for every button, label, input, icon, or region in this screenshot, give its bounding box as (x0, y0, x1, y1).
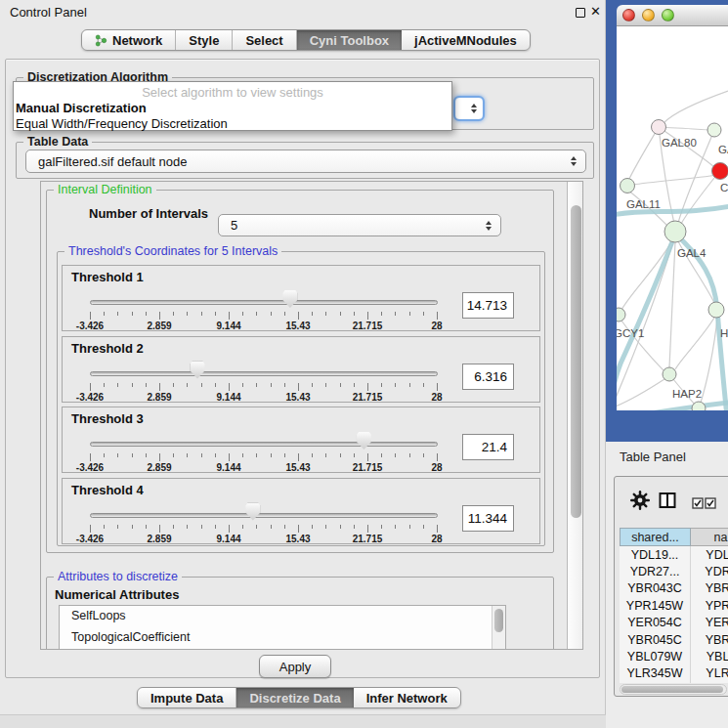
table-cell[interactable]: YBR0 (691, 631, 728, 648)
threshold-slider-thumb[interactable] (245, 503, 260, 521)
table-cell[interactable]: YBR043C (620, 580, 691, 597)
tab-style[interactable]: Style (176, 30, 233, 50)
table-row[interactable]: YBL079WYBL0 (620, 648, 728, 664)
column-header[interactable]: shared... (620, 528, 691, 546)
list-item[interactable]: TopologicalCoefficient (60, 627, 505, 649)
table-cell[interactable]: YDL19... (620, 546, 691, 563)
num-intervals-combobox[interactable]: 5 (218, 214, 501, 236)
slider-tick (423, 525, 424, 529)
split-columns-icon[interactable] (659, 492, 676, 513)
close-traffic-light[interactable] (622, 9, 635, 21)
control-panel-window: Control Panel ✕ NetworkStyleSelectCyni T… (0, 0, 606, 728)
apply-button[interactable]: Apply (259, 655, 331, 678)
table-cell[interactable]: YPR1 (691, 597, 728, 614)
algorithm-combobox[interactable] (453, 96, 485, 121)
network-node[interactable] (664, 221, 686, 242)
table-cell[interactable]: YBL0 (691, 648, 728, 664)
list-scrollbar[interactable] (492, 606, 505, 650)
float-window-icon[interactable] (576, 8, 585, 18)
network-node[interactable] (708, 302, 724, 318)
table-row[interactable]: YPR145WYPR1 (620, 597, 728, 614)
slider-tick (367, 312, 368, 320)
node-label: HAP2 (672, 388, 702, 400)
table-row[interactable]: YDL19...YDL1 (620, 546, 728, 563)
attributes-list: SelfLoopsTopologicalCoefficientBetweenne… (59, 605, 506, 650)
table-cell[interactable]: YBR0 (691, 580, 728, 597)
threshold-value-field[interactable]: 14.713 (462, 292, 514, 319)
network-window-titlebar[interactable] (617, 5, 728, 26)
popup-option-manual[interactable]: Manual Discretization (16, 101, 147, 115)
tab-select[interactable]: Select (233, 30, 296, 50)
column-header[interactable]: na (691, 528, 728, 546)
gear-icon[interactable] (630, 491, 650, 514)
table-cell[interactable]: YDL1 (691, 546, 728, 563)
threshold-slider-track[interactable] (90, 513, 438, 518)
threshold-slider-track[interactable] (90, 442, 438, 447)
threshold-value-field[interactable]: 11.344 (462, 505, 514, 532)
checkbox-icon[interactable] (705, 495, 716, 513)
zoom-traffic-light[interactable] (662, 9, 674, 21)
vertical-scrollbar[interactable] (567, 182, 583, 650)
table-cell[interactable]: YLR345W (620, 665, 691, 682)
table-cell[interactable]: YDR27... (620, 563, 691, 579)
network-node[interactable] (692, 402, 706, 410)
table-row[interactable]: YIL052CYIL0 (620, 682, 728, 683)
threshold-label: Threshold 3 (71, 411, 144, 426)
tab-jactivemnodules[interactable]: jActiveMNodules (402, 30, 530, 50)
list-item[interactable]: BetweennessCentrality (60, 648, 505, 650)
network-node[interactable] (621, 179, 635, 193)
table-data-combobox[interactable]: galFiltered.sif default node (25, 150, 586, 173)
table-cell[interactable]: YBL079W (620, 648, 691, 664)
network-node[interactable] (617, 308, 625, 321)
network-window-area: GAL80GAGAL11CGAL4GCY1HHAP2 (606, 0, 728, 442)
list-scrollbar-thumb[interactable] (494, 609, 503, 632)
network-node[interactable] (663, 367, 676, 381)
slider-tick-label: 15.43 (285, 321, 310, 331)
tab-cyni-toolbox[interactable]: Cyni Toolbox (297, 30, 402, 50)
tab-infer-network[interactable]: Infer Network (354, 688, 460, 707)
network-canvas[interactable]: GAL80GAGAL11CGAL4GCY1HHAP2 (617, 26, 728, 410)
table-cell[interactable]: YDR2 (691, 563, 728, 579)
slider-tick (242, 383, 243, 387)
threshold-value-field[interactable]: 21.4 (462, 434, 514, 460)
table-cell[interactable]: YBR045C (620, 631, 691, 648)
threshold-slider-track[interactable] (90, 300, 438, 305)
minimize-traffic-light[interactable] (642, 9, 655, 21)
threshold-slider-thumb[interactable] (357, 432, 371, 450)
table-row[interactable]: YLR345WYLR3 (620, 665, 728, 682)
threshold-slider-track[interactable] (90, 371, 438, 376)
table-row[interactable]: YBR045CYBR0 (620, 631, 728, 648)
table-row[interactable]: YDR27...YDR2 (620, 563, 728, 579)
network-node[interactable] (712, 163, 728, 180)
threshold-slider-thumb[interactable] (191, 362, 205, 379)
close-icon[interactable]: ✕ (590, 4, 601, 19)
slider-tick (437, 525, 438, 533)
network-node[interactable] (652, 120, 666, 135)
threshold-value-field[interactable]: 6.316 (462, 364, 514, 390)
horizontal-scrollbar[interactable] (620, 684, 727, 695)
popup-option-equal-width[interactable]: Equal Width/Frequency Discretization (16, 116, 228, 131)
horizontal-scrollbar-thumb[interactable] (621, 686, 723, 693)
table-cell[interactable]: YIL0 (691, 682, 728, 683)
tab-discretize-data[interactable]: Discretize Data (236, 688, 353, 707)
settings-scrollpane: Interval Definition Number of Intervals … (40, 181, 583, 650)
table-cell[interactable]: YER054C (620, 615, 691, 631)
network-node[interactable] (707, 123, 721, 137)
slider-tick (395, 525, 396, 529)
list-item[interactable]: SelfLoops (60, 606, 505, 627)
vertical-scrollbar-thumb[interactable] (571, 205, 581, 518)
threshold-panel: Threshold 4-3.4262.8599.14415.4321.71528… (62, 478, 540, 544)
tab-impute-data[interactable]: Impute Data (138, 688, 236, 707)
checkbox-icon[interactable] (692, 495, 704, 513)
slider-tick (284, 312, 285, 316)
popup-hint: Select algorithm to view settings (14, 85, 451, 100)
slider-tick (298, 453, 299, 461)
tab-network[interactable]: Network (82, 30, 176, 50)
threshold-slider-thumb[interactable] (282, 290, 297, 308)
table-cell[interactable]: YPR145W (620, 597, 691, 614)
table-cell[interactable]: YLR3 (691, 665, 728, 682)
table-row[interactable]: YER054CYER0 (620, 615, 728, 631)
table-cell[interactable]: YER0 (691, 615, 728, 631)
table-cell[interactable]: YIL052C (620, 682, 691, 683)
table-row[interactable]: YBR043CYBR0 (620, 580, 728, 597)
